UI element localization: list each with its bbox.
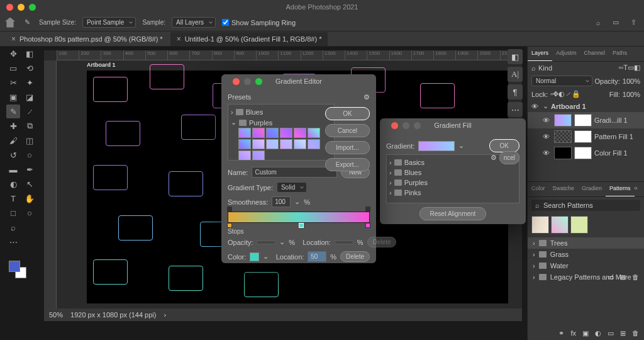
preset-swatch[interactable] <box>294 128 306 138</box>
wand-tool[interactable]: ✦ <box>23 76 36 89</box>
clone-tool[interactable]: ⧉ <box>23 119 36 133</box>
ok-button[interactable]: OK <box>489 139 519 152</box>
paths-tab[interactable]: Paths <box>609 47 631 61</box>
color-stop[interactable] <box>227 223 232 228</box>
color-tab[interactable]: Color <box>528 182 549 196</box>
document-tab[interactable]: ×Untitled-1 @ 50% (Gradient Fill 1, RGB/… <box>170 32 328 46</box>
channels-tab[interactable]: Channel <box>580 47 609 61</box>
visibility-icon[interactable]: 👁 <box>543 116 552 124</box>
artboard-row[interactable]: 👁⌄Artboard 1 <box>528 100 644 112</box>
close-icon[interactable] <box>233 78 240 85</box>
preset-swatch[interactable] <box>308 128 320 138</box>
move-tool[interactable]: ✥ <box>6 47 20 60</box>
adjustment-layer-icon[interactable]: ◐ <box>595 329 601 337</box>
paragraph-panel-icon[interactable]: ¶ <box>508 84 523 99</box>
brush-tool[interactable]: 🖌 <box>6 133 20 147</box>
preset-swatch[interactable] <box>238 128 251 138</box>
gear-icon[interactable]: ⚙ <box>364 93 370 101</box>
blur-tool[interactable]: ○ <box>23 148 36 162</box>
color-stop[interactable] <box>299 223 304 228</box>
delete-layer-icon[interactable]: 🗑 <box>632 329 639 337</box>
adjustments-tab[interactable]: Adjustm <box>552 47 580 61</box>
preset-swatch[interactable] <box>308 139 320 149</box>
home-icon[interactable] <box>5 18 15 28</box>
show-sampling-checkbox[interactable]: Show Sampling Ring <box>222 19 296 26</box>
swatches-tab[interactable]: Swatche <box>549 182 579 196</box>
visibility-icon[interactable]: 👁 <box>543 149 552 157</box>
patterns-tab[interactable]: Patterns <box>606 182 635 196</box>
pattern-swatch[interactable] <box>531 216 549 234</box>
hand-tool[interactable]: ✋ <box>23 191 36 205</box>
lasso-tool[interactable]: ⟲ <box>23 61 36 75</box>
color-swatches[interactable] <box>9 261 28 280</box>
ellipse-tool[interactable]: ○ <box>23 206 36 220</box>
color-swatch[interactable] <box>250 252 258 261</box>
glyphs-panel-icon[interactable]: ⋯ <box>508 102 523 117</box>
eyedropper-tool[interactable]: ✎ <box>6 105 20 118</box>
path-tool[interactable]: ↖ <box>23 177 36 191</box>
frame-tool[interactable]: ▣ <box>6 90 20 104</box>
name-input[interactable]: Custom <box>252 167 337 178</box>
horizontal-ruler[interactable]: 1002003004005006007008009001000110012001… <box>57 50 522 60</box>
artboard-tool[interactable]: ◧ <box>23 47 36 60</box>
status-chevron-icon[interactable]: › <box>164 311 166 319</box>
preset-folder[interactable]: ›Purples <box>389 178 516 188</box>
search-icon[interactable]: ⌕ <box>531 64 536 72</box>
gradient-bar[interactable] <box>228 212 370 223</box>
pen-tool[interactable]: ✒ <box>23 162 36 176</box>
chevron-down-icon[interactable]: ⌄ <box>263 252 269 261</box>
close-window-button[interactable] <box>6 4 13 11</box>
artboard-label[interactable]: Artboard 1 <box>87 62 116 68</box>
foreground-color[interactable] <box>9 261 20 272</box>
import-button[interactable]: Import... <box>325 141 370 154</box>
dialog-titlebar[interactable]: Gradient Editor <box>221 74 376 88</box>
new-icon[interactable]: ⊞ <box>620 273 626 281</box>
gear-icon[interactable]: ⚙ <box>491 154 497 162</box>
pattern-swatch[interactable] <box>551 216 569 234</box>
gradient-tool[interactable]: ▬ <box>6 162 20 176</box>
link-layers-icon[interactable]: ⚭ <box>558 329 564 337</box>
workspace-icon[interactable]: ▭ <box>610 17 621 28</box>
new-pattern-icon[interactable]: ▭ <box>608 273 614 281</box>
pattern-folder[interactable]: ›Trees <box>528 237 644 249</box>
preset-swatch[interactable] <box>280 139 292 149</box>
dialog-titlebar[interactable]: Gradient Fill <box>380 118 526 132</box>
zoom-icon[interactable] <box>255 78 262 85</box>
layers-tab[interactable]: Layers <box>528 47 552 61</box>
search-patterns-input[interactable]: ⌕Search Patterns <box>531 200 640 211</box>
smoothness-input[interactable]: 100 <box>272 196 291 207</box>
preset-swatch[interactable] <box>238 139 251 149</box>
type-tool[interactable]: T <box>6 191 20 205</box>
reset-alignment-button[interactable]: Reset Alignment <box>419 207 487 220</box>
minimize-window-button[interactable] <box>18 4 25 11</box>
zoom-tool[interactable]: ⌕ <box>6 220 20 234</box>
blend-mode-dropdown[interactable]: Normal <box>531 76 592 86</box>
preset-swatch[interactable] <box>238 150 251 161</box>
dodge-tool[interactable]: ◐ <box>6 177 20 191</box>
preset-swatch[interactable] <box>280 128 292 138</box>
preset-folder[interactable]: ›Pinks <box>389 188 516 198</box>
close-tab-icon[interactable]: × <box>11 35 16 43</box>
close-icon[interactable] <box>391 122 398 129</box>
doc-dimensions[interactable]: 1920 px x 1080 px (144 ppi) <box>70 311 156 319</box>
layer-row[interactable]: 👁Gradi...ill 1 <box>528 112 644 128</box>
zoom-level[interactable]: 50% <box>49 311 63 319</box>
color-panel-icon[interactable]: ◧ <box>508 49 523 64</box>
ruler-tool[interactable]: ⟋ <box>23 105 36 118</box>
eraser-tool[interactable]: ◫ <box>23 133 36 147</box>
cancel-button-partial[interactable]: ncel <box>499 151 519 164</box>
opacity-stop[interactable] <box>227 207 232 212</box>
preset-swatch[interactable] <box>252 128 265 138</box>
gradient-fill-dialog[interactable]: Gradient Fill Gradient: ⌄ OK ⚙ncel ›Basi… <box>380 118 526 224</box>
gradient-editor-dialog[interactable]: Gradient Editor Presets⚙ OK Cancel Impor… <box>221 74 376 263</box>
pattern-folder[interactable]: ›Grass <box>528 249 644 260</box>
presets-list[interactable]: ›Blues ⌄Purples <box>228 104 335 161</box>
zoom-window-button[interactable] <box>29 4 36 11</box>
sample-size-dropdown[interactable]: Point Sample <box>82 17 136 28</box>
preset-folder[interactable]: ›Blues <box>389 167 516 178</box>
preset-folder[interactable]: ⌄Purples <box>231 117 331 128</box>
visibility-icon[interactable]: 👁 <box>543 133 552 140</box>
preset-swatch[interactable] <box>266 128 279 138</box>
crop-tool[interactable]: ✂ <box>6 76 20 89</box>
chevron-down-icon[interactable]: ⌄ <box>458 142 464 150</box>
